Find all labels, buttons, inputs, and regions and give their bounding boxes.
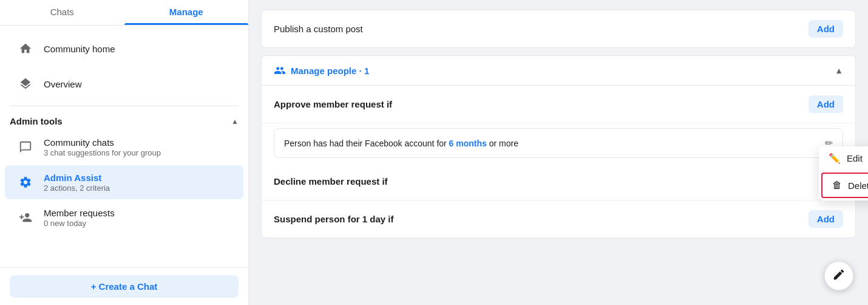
sidebar-item-member-requests[interactable]: Member requests 0 new today — [5, 200, 243, 235]
admin-tools-chevron-icon[interactable]: ▲ — [231, 117, 239, 126]
tabs-container: Chats Manage — [0, 0, 248, 26]
person-add-icon — [15, 207, 36, 228]
sidebar-item-admin-assist-label: Admin Assist — [44, 173, 110, 183]
sidebar-item-community-home[interactable]: Community home — [5, 32, 243, 66]
home-icon — [15, 38, 36, 60]
sidebar-item-community-home-label: Community home — [44, 44, 115, 54]
partial-item — [5, 237, 243, 249]
approve-request-row: Approve member request if Add — [262, 86, 855, 123]
approve-request-label: Approve member request if — [274, 99, 392, 109]
tab-manage[interactable]: Manage — [124, 0, 249, 25]
sidebar-item-member-requests-label: Member requests — [44, 208, 115, 218]
layers-icon — [15, 73, 36, 95]
chat-icon — [15, 136, 36, 158]
context-menu-delete-item[interactable]: 🗑 Delete — [821, 173, 868, 198]
sidebar-item-community-chats-sublabel: 3 chat suggestions for your group — [44, 148, 161, 157]
sidebar-item-overview[interactable]: Overview — [5, 67, 243, 101]
compose-icon — [832, 268, 846, 284]
publish-post-card: Publish a custom post Add — [261, 10, 856, 48]
manage-people-section: Manage people · 1 ▲ Approve member reque… — [261, 55, 856, 238]
sidebar-item-overview-label: Overview — [44, 79, 82, 89]
manage-people-title: Manage people · 1 — [274, 64, 369, 77]
sidebar-content: Community home Overview Admin tools ▲ Co… — [0, 26, 248, 267]
main-content: Publish a custom post Add Manage people … — [249, 0, 868, 305]
condition-container: Person has had their Facebook account fo… — [262, 128, 855, 158]
admin-tools-header: Admin tools ▲ — [0, 111, 248, 129]
suspend-label: Suspend person for 1 day if — [274, 214, 394, 224]
trash-icon: 🗑 — [832, 180, 842, 191]
gear-icon — [15, 171, 36, 193]
suspend-row: Suspend person for 1 day if Add — [262, 200, 855, 238]
compose-fab[interactable] — [824, 261, 853, 290]
sidebar: Chats Manage Community home Overview — [0, 0, 249, 305]
publish-post-label: Publish a custom post — [274, 24, 363, 34]
decline-request-row: Decline member request if Add — [262, 163, 855, 200]
suspend-add-button[interactable]: Add — [809, 210, 843, 228]
sidebar-footer: + Create a Chat — [0, 267, 248, 305]
sidebar-item-admin-assist-sublabel: 2 actions, 2 criteria — [44, 183, 110, 193]
edit-icon: ✏️ — [829, 152, 841, 164]
sidebar-item-community-chats[interactable]: Community chats 3 chat suggestions for y… — [5, 130, 243, 164]
manage-people-header: Manage people · 1 ▲ — [262, 56, 855, 86]
sidebar-item-community-chats-label: Community chats — [44, 137, 161, 148]
sidebar-item-member-requests-sublabel: 0 new today — [44, 219, 115, 228]
create-chat-button[interactable]: + Create a Chat — [10, 275, 239, 298]
manage-people-chevron-icon[interactable]: ▲ — [835, 66, 843, 75]
context-menu: ✏️ Edit 🗑 Delete — [819, 146, 868, 200]
sidebar-divider — [10, 106, 239, 106]
approve-request-add-button[interactable]: Add — [809, 95, 843, 113]
context-menu-edit-item[interactable]: ✏️ Edit — [819, 146, 868, 170]
decline-request-label: Decline member request if — [274, 176, 388, 187]
sidebar-item-admin-assist[interactable]: Admin Assist 2 actions, 2 criteria — [5, 165, 243, 199]
condition-box: Person has had their Facebook account fo… — [274, 128, 843, 158]
publish-post-row: Publish a custom post Add — [262, 10, 855, 47]
condition-text: Person has had their Facebook account fo… — [284, 139, 518, 148]
manage-people-body: Approve member request if Add Person has… — [262, 86, 855, 238]
tab-chats[interactable]: Chats — [0, 0, 124, 25]
publish-post-add-button[interactable]: Add — [809, 20, 843, 38]
